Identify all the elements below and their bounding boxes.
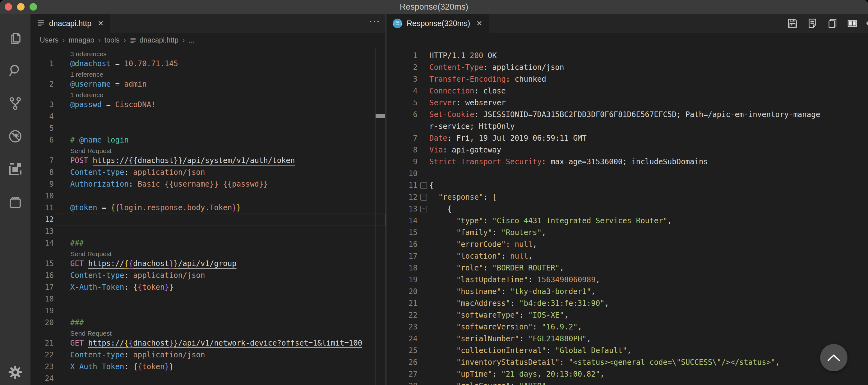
split-editor-icon[interactable] <box>846 18 858 29</box>
breadcrumb-item[interactable]: mnagao <box>68 36 94 44</box>
code-row[interactable]: 2Content-Type: application/json <box>386 62 868 73</box>
fold-icon[interactable]: − <box>420 194 427 201</box>
code-row[interactable]: 10 <box>386 168 868 179</box>
codelens-row[interactable]: 1 reference <box>30 70 385 78</box>
code-row[interactable]: 6Set-Cookie: JSESSIONID=7DA315BC2FDD3DF0… <box>386 109 868 120</box>
fold-icon[interactable]: − <box>420 206 427 212</box>
code-row[interactable]: 8Via: api-gateway <box>386 144 868 156</box>
code-row[interactable]: 3@passwd = CiscoDNA! <box>30 99 385 110</box>
tab-response[interactable]: {REST client} Response(320ms) ✕ <box>386 14 489 33</box>
code-row[interactable]: 22Content-type: application/json <box>30 349 385 361</box>
code-row[interactable]: 19 "lastUpdateTime": 1563498060989, <box>386 274 868 286</box>
code-row[interactable]: 16 "errorCode": null, <box>386 239 868 250</box>
http-response-view[interactable]: 1HTTP/1.1 200 OK2Content-Type: applicati… <box>386 50 868 385</box>
breadcrumb-item[interactable]: ... <box>188 36 194 44</box>
code-row[interactable]: 24 <box>30 373 385 384</box>
code-row[interactable]: 1@dnachost = 10.70.71.145 <box>30 58 385 70</box>
code-row[interactable]: 26 "inventoryStatusDetail": "<status><ge… <box>386 356 868 368</box>
line-number: 3 <box>386 73 417 85</box>
code-row[interactable]: 1HTTP/1.1 200 OK <box>386 50 868 62</box>
code-row[interactable]: 17 "location": null, <box>386 250 868 262</box>
search-icon[interactable] <box>7 63 23 78</box>
code-row[interactable]: 7Date: Fri, 19 Jul 2019 06:59:11 GMT <box>386 132 868 144</box>
scrollbar-slider[interactable] <box>376 114 385 118</box>
notebook-icon[interactable] <box>7 195 23 210</box>
save-response-body-icon[interactable] <box>807 18 818 29</box>
code-row[interactable]: 5 <box>30 122 385 134</box>
code-row[interactable]: 10 <box>30 190 385 202</box>
code-row[interactable]: 23 "softwareVersion": "16.9.2", <box>386 321 868 333</box>
code-row[interactable]: 8Content-type: application/json <box>30 167 385 178</box>
code-row[interactable]: 18 "role": "BORDER ROUTER", <box>386 262 868 274</box>
code-row[interactable]: 23X-Auth-Token: {{token}} <box>30 361 385 373</box>
zoom-window-button[interactable] <box>30 3 37 10</box>
code-row[interactable]: 15 "family": "Routers", <box>386 226 868 239</box>
code-row[interactable]: 21GET https://{{dnachost}}/api/v1/networ… <box>30 337 385 349</box>
codelens-link[interactable]: Send Request <box>70 250 112 257</box>
code-row[interactable]: 13− { <box>386 203 868 215</box>
code-row[interactable]: 20### <box>30 317 385 328</box>
codelens-link[interactable]: 1 reference <box>70 71 103 78</box>
codelens-row[interactable]: Send Request <box>30 146 385 154</box>
settings-gear-icon[interactable] <box>0 364 30 380</box>
source-control-icon[interactable] <box>7 96 23 111</box>
code-row[interactable]: r-service; HttpOnly <box>386 120 868 132</box>
copy-icon[interactable] <box>827 18 838 29</box>
breadcrumb-item[interactable]: Users <box>40 36 58 44</box>
codelens-row[interactable]: Send Request <box>30 249 385 258</box>
codelens-row[interactable]: 1 reference <box>30 90 385 99</box>
codelens-link[interactable]: Send Request <box>70 330 112 337</box>
code-row[interactable]: 16Content-type: application/json <box>30 270 385 281</box>
codelens-row[interactable]: Send Request <box>30 328 385 337</box>
code-row[interactable]: 22 "softwareType": "IOS-XE", <box>386 309 868 321</box>
code-row[interactable]: 12 <box>30 214 385 225</box>
code-row[interactable]: 15GET https://{{dnachost}}/api/v1/group <box>30 258 385 270</box>
code-row[interactable]: 9Authorization: Basic {{username}} {{pas… <box>30 178 385 190</box>
close-tab-icon[interactable]: ✕ <box>96 19 103 28</box>
code-row[interactable]: 4 <box>30 110 385 122</box>
fold-icon[interactable]: − <box>420 182 427 189</box>
extensions-icon[interactable] <box>7 162 23 177</box>
codelens-link[interactable]: 1 reference <box>70 91 103 98</box>
tab-dnacapi-http[interactable]: dnacapi.http ✕ <box>30 14 110 33</box>
debug-icon[interactable] <box>7 129 23 144</box>
close-tab-icon[interactable]: ✕ <box>474 19 482 28</box>
explorer-icon[interactable] <box>7 30 23 45</box>
http-request-editor[interactable]: 3 references1@dnachost = 10.70.71.1451 r… <box>30 49 385 384</box>
code-row[interactable]: 3Transfer-Encoding: chunked <box>386 73 868 85</box>
code-row[interactable]: 7POST https://{{dnachost}}/api/system/v1… <box>30 154 385 167</box>
code-row[interactable]: 25 "collectionInterval": "Global Default… <box>386 345 868 356</box>
scroll-to-top-button[interactable] <box>820 344 847 371</box>
code-row[interactable]: 4Connection: close <box>386 85 868 97</box>
code-row[interactable]: 11@token = {{login.response.body.Token}} <box>30 202 385 214</box>
code-row[interactable]: 6# @name login <box>30 134 385 146</box>
breadcrumb-item[interactable]: tools <box>104 36 120 44</box>
code-row[interactable]: 14 "type": "Cisco 4431 Integrated Servic… <box>386 215 868 226</box>
code-row[interactable]: 27 "upTime": "21 days, 20:13:00.82", <box>386 368 868 380</box>
code-row[interactable]: 11−{ <box>386 179 868 191</box>
close-window-button[interactable] <box>5 3 12 10</box>
code-row[interactable]: 9Strict-Transport-Security: max-age=3153… <box>386 156 868 168</box>
more-actions-icon[interactable] <box>866 22 868 25</box>
code-row[interactable]: 14### <box>30 237 385 249</box>
breadcrumb-item[interactable]: dnacapi.http <box>130 36 179 44</box>
fold-column: − <box>417 191 429 203</box>
code-row[interactable]: 21 "macAddress": "b4:de:31:fe:31:90", <box>386 298 868 309</box>
code-row[interactable]: 19 <box>30 305 385 317</box>
codelens-link[interactable]: 3 references <box>70 50 106 58</box>
code-row[interactable]: 20 "hostname": "tky-dna3-border1", <box>386 286 868 298</box>
more-actions-icon[interactable]: ⋯ <box>369 15 380 28</box>
minimize-window-button[interactable] <box>17 3 25 10</box>
codelens-row[interactable]: 3 references <box>30 49 385 58</box>
save-icon[interactable] <box>787 18 798 29</box>
code-row[interactable]: 13 <box>30 225 385 237</box>
code-row[interactable]: 5Server: webserver <box>386 97 868 109</box>
code-row[interactable]: 28 "roleSource": "AUTO", <box>386 380 868 385</box>
code-row[interactable]: 24 "serialNumber": "FGL214880PH", <box>386 333 868 345</box>
line-number <box>30 49 54 58</box>
code-row[interactable]: 18 <box>30 293 385 305</box>
codelens-link[interactable]: Send Request <box>70 147 112 154</box>
code-row[interactable]: 17X-Auth-Token: {{token}} <box>30 281 385 293</box>
code-row[interactable]: 12− "response": [ <box>386 191 868 203</box>
code-row[interactable]: 2@username = admin <box>30 78 385 90</box>
